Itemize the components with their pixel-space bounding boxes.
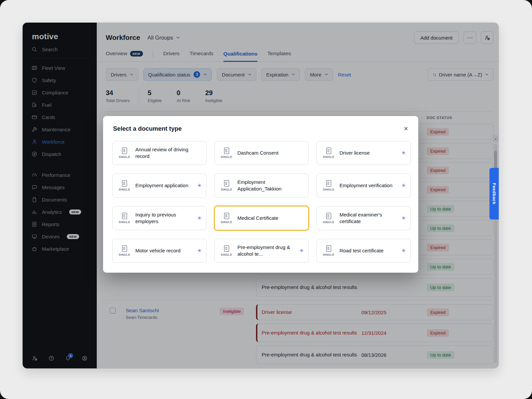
single-badge: SINGLE xyxy=(221,188,232,191)
document-type-label: Annual review of driving record xyxy=(132,146,203,160)
document-type-icon-wrap: SINGLE xyxy=(219,148,234,159)
document-type-grid: SINGLE Annual review of driving record S… xyxy=(103,135,418,273)
document-type-label: Medical examiner's certificate xyxy=(336,211,400,225)
document-type-icon-wrap: SINGLE xyxy=(117,180,132,191)
required-asterisk-icon: ✳ xyxy=(196,183,203,189)
single-badge: SINGLE xyxy=(221,155,232,159)
document-type-icon-wrap: SINGLE xyxy=(321,213,336,224)
single-badge: SINGLE xyxy=(119,188,130,191)
document-type-card-annual-review[interactable]: SINGLE Annual review of driving record xyxy=(112,141,206,165)
document-type-card-inquiry-previous-employers[interactable]: SINGLE Inquiry to previous employers ✳ xyxy=(112,206,206,230)
document-icon xyxy=(122,245,127,252)
single-badge: SINGLE xyxy=(221,253,232,256)
single-badge: SINGLE xyxy=(323,188,334,191)
document-type-label: Inquiry to previous employers xyxy=(132,211,196,225)
document-icon xyxy=(224,213,229,219)
screenshot-canvas: motive Search Fleet View Safety Complian… xyxy=(0,0,532,399)
document-type-icon-wrap: SINGLE xyxy=(219,213,234,224)
document-type-label: Road test certificate xyxy=(336,247,400,254)
modal-header: Select a document type ✕ xyxy=(103,116,418,135)
document-type-card-driver-license[interactable]: SINGLE Driver license ✳ xyxy=(317,141,411,165)
document-type-card-medical-examiners-certificate[interactable]: SINGLE Medical examiner's certificate ✳ xyxy=(317,206,411,230)
document-type-label: Employment application xyxy=(132,182,196,189)
document-type-icon-wrap: SINGLE xyxy=(117,148,132,159)
close-icon[interactable]: ✕ xyxy=(404,126,408,132)
document-type-card-pre-employment-drug-alcohol-test[interactable]: SINGLE Pre-employment drug & alcohol te.… xyxy=(214,239,309,263)
document-type-label: Employment Application_Takkion xyxy=(234,179,305,193)
document-type-label: Motor vehicle record xyxy=(132,247,196,254)
feedback-tab[interactable]: Feedback xyxy=(489,168,499,219)
single-badge: SINGLE xyxy=(221,220,232,224)
document-type-icon-wrap: SINGLE xyxy=(117,245,132,256)
modal-title: Select a document type xyxy=(113,125,182,132)
document-type-icon-wrap: SINGLE xyxy=(219,180,234,191)
document-type-label: Pre-employment drug & alcohol te... xyxy=(234,244,298,258)
required-asterisk-icon: ✳ xyxy=(196,215,203,221)
document-type-card-employment-verification[interactable]: SINGLE Employment verification ✳ xyxy=(317,174,411,198)
document-type-label: Driver license xyxy=(336,150,400,156)
required-asterisk-icon: ✳ xyxy=(298,248,305,254)
document-icon xyxy=(326,245,331,252)
required-asterisk-icon: ✳ xyxy=(196,248,203,254)
single-badge: SINGLE xyxy=(323,253,334,256)
document-type-card-medical-certificate[interactable]: SINGLE Medical Certificate xyxy=(214,205,309,231)
document-type-label: Medical Certificate xyxy=(234,215,305,221)
document-type-label: Employment verification xyxy=(336,182,400,189)
required-asterisk-icon: ✳ xyxy=(400,183,407,189)
document-icon xyxy=(122,213,127,219)
document-type-card-road-test-certificate[interactable]: SINGLE Road test certificate ✳ xyxy=(317,239,411,263)
select-document-type-modal: Select a document type ✕ SINGLE Annual r… xyxy=(103,116,418,273)
required-asterisk-icon: ✳ xyxy=(400,215,407,221)
document-icon xyxy=(122,180,127,187)
document-type-card-dashcam-consent[interactable]: SINGLE Dashcam Consent xyxy=(214,141,309,165)
required-asterisk-icon: ✳ xyxy=(400,248,407,254)
document-type-icon-wrap: SINGLE xyxy=(321,148,336,159)
single-badge: SINGLE xyxy=(119,155,130,159)
document-icon xyxy=(326,213,331,219)
app-window: motive Search Fleet View Safety Complian… xyxy=(23,23,499,368)
document-icon xyxy=(224,180,229,187)
document-type-icon-wrap: SINGLE xyxy=(117,213,132,224)
document-type-label: Dashcam Consent xyxy=(234,150,305,156)
single-badge: SINGLE xyxy=(323,220,334,224)
document-type-icon-wrap: SINGLE xyxy=(219,245,234,256)
document-type-card-employment-application[interactable]: SINGLE Employment application ✳ xyxy=(112,174,206,198)
document-icon xyxy=(326,180,331,187)
single-badge: SINGLE xyxy=(119,220,130,224)
single-badge: SINGLE xyxy=(323,155,334,159)
document-icon xyxy=(326,148,331,154)
single-badge: SINGLE xyxy=(119,253,130,256)
document-icon xyxy=(224,148,229,154)
document-icon xyxy=(224,245,229,252)
document-icon xyxy=(122,148,127,154)
document-type-icon-wrap: SINGLE xyxy=(321,180,336,191)
document-type-card-employment-application-takkion[interactable]: SINGLE Employment Application_Takkion xyxy=(214,174,309,198)
required-asterisk-icon: ✳ xyxy=(400,150,407,156)
document-type-card-motor-vehicle-record[interactable]: SINGLE Motor vehicle record ✳ xyxy=(112,239,206,263)
document-type-icon-wrap: SINGLE xyxy=(321,245,336,256)
